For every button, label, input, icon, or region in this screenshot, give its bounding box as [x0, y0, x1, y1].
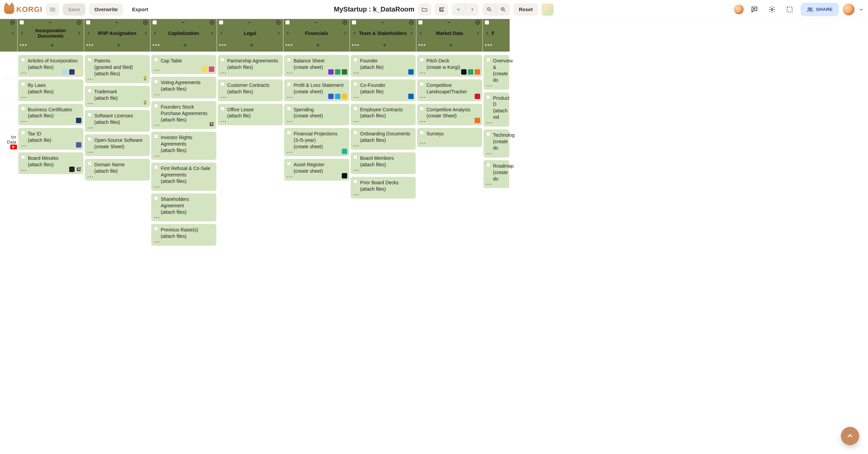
- column-select-checkbox[interactable]: [86, 20, 90, 24]
- column-more-button[interactable]: •••: [153, 42, 160, 48]
- card-checkbox[interactable]: [287, 58, 291, 62]
- board-card[interactable]: Office Lease (attach file) •••: [218, 104, 283, 126]
- card-checkbox[interactable]: [220, 58, 224, 62]
- column-collapse-button[interactable]: [114, 20, 119, 25]
- board-card[interactable]: Onboarding Documents (attach files) •••: [351, 128, 416, 150]
- board-card[interactable]: Business Certificates (attach files) •••: [18, 104, 83, 126]
- board-card[interactable]: Pitch Deck (create w Korgi) •••: [417, 55, 482, 77]
- board-card[interactable]: Spending (create sheet) •••: [284, 104, 349, 126]
- board-card[interactable]: Open-Source Software (create Sheet) •••: [85, 134, 150, 156]
- column-title[interactable]: Market Data: [423, 31, 476, 36]
- share-button[interactable]: SHARE: [801, 3, 839, 16]
- card-more-button[interactable]: •••: [287, 95, 293, 100]
- column-more-button[interactable]: •••: [219, 42, 227, 48]
- card-checkbox[interactable]: [21, 107, 25, 111]
- column-select-checkbox[interactable]: [418, 20, 422, 24]
- open-external-button[interactable]: [435, 3, 448, 16]
- column-title[interactable]: Team & Stakeholders: [357, 31, 409, 36]
- column-move-right-button[interactable]: [343, 31, 348, 36]
- column-move-right-button[interactable]: [409, 31, 414, 36]
- peek-card[interactable]: [1, 80, 17, 102]
- column-move-left-button[interactable]: [20, 31, 24, 36]
- board-card[interactable]: Board Members (attach files) •••: [351, 152, 416, 174]
- column-select-checkbox[interactable]: [153, 20, 157, 24]
- column-more-button[interactable]: •••: [285, 42, 293, 48]
- card-checkbox[interactable]: [287, 82, 291, 86]
- column-add-card-button[interactable]: [448, 42, 454, 48]
- card-more-button[interactable]: •••: [420, 119, 426, 124]
- overwrite-button[interactable]: Overwrite: [89, 3, 123, 16]
- card-checkbox[interactable]: [353, 107, 357, 111]
- column-add-card-button[interactable]: [182, 42, 188, 48]
- board-card[interactable]: Product D (attach vid •••: [484, 92, 509, 127]
- board-card[interactable]: Previous Raise(s) (attach files) •••: [151, 224, 216, 246]
- column-collapse-button[interactable]: [247, 20, 252, 25]
- card-more-button[interactable]: •••: [486, 120, 493, 125]
- card-more-button[interactable]: •••: [353, 119, 360, 124]
- card-more-button[interactable]: •••: [154, 154, 160, 158]
- column-title[interactable]: Capitalization: [157, 31, 210, 36]
- card-more-button[interactable]: •••: [287, 71, 293, 75]
- card-more-button[interactable]: •••: [21, 119, 27, 124]
- card-checkbox[interactable]: [420, 107, 424, 111]
- column-move-left-button[interactable]: [153, 31, 157, 36]
- card-checkbox[interactable]: [154, 165, 158, 169]
- card-checkbox[interactable]: [353, 58, 357, 62]
- column-move-right-button[interactable]: [476, 31, 480, 36]
- card-more-button[interactable]: •••: [21, 71, 27, 75]
- board-card[interactable]: Customer Contracts (attach files) •••: [218, 79, 283, 101]
- card-more-button[interactable]: •••: [87, 101, 94, 106]
- board-card[interactable]: Partnership Agreements (attach files) ••…: [218, 55, 283, 77]
- column-more-button[interactable]: •••: [418, 42, 426, 48]
- column-add-button[interactable]: [143, 20, 148, 25]
- column-add-button[interactable]: [409, 20, 414, 25]
- card-checkbox[interactable]: [287, 131, 291, 135]
- menu-button[interactable]: [46, 3, 59, 16]
- board-card[interactable]: By Laws (attach files) •••: [18, 79, 83, 101]
- card-checkbox[interactable]: [420, 82, 424, 86]
- card-more-button[interactable]: •••: [220, 119, 227, 124]
- card-more-button[interactable]: •••: [353, 95, 360, 100]
- board-card[interactable]: Profit & Loss Statement (create sheet) •…: [284, 79, 349, 101]
- board-card[interactable]: Surveys •••: [417, 128, 482, 147]
- card-checkbox[interactable]: [486, 163, 490, 167]
- theme-swatch-icon[interactable]: [541, 3, 554, 16]
- save-button[interactable]: Save: [63, 3, 85, 16]
- column-more-button[interactable]: •••: [20, 42, 27, 48]
- board-card[interactable]: Asset Register (create sheet) •••: [284, 159, 349, 181]
- column-add-button[interactable]: [76, 20, 82, 25]
- card-checkbox[interactable]: [21, 82, 25, 86]
- column-move-left-button[interactable]: [219, 31, 224, 36]
- column-title[interactable]: Incorporation Documents: [24, 28, 77, 39]
- card-checkbox[interactable]: [21, 131, 25, 135]
- column-title[interactable]: Financials: [290, 31, 343, 36]
- card-more-button[interactable]: •••: [486, 83, 493, 88]
- card-more-button[interactable]: •••: [87, 150, 94, 155]
- board-card[interactable]: Employee Contracts (attach files) •••: [351, 104, 416, 126]
- selection-tool-button[interactable]: [783, 3, 796, 16]
- card-checkbox[interactable]: [154, 79, 158, 83]
- card-more-button[interactable]: •••: [287, 119, 293, 124]
- comments-button[interactable]: [748, 3, 761, 16]
- card-more-button[interactable]: •••: [287, 174, 293, 179]
- column-add-button[interactable]: [475, 20, 480, 25]
- card-more-button[interactable]: •••: [420, 95, 426, 100]
- column-select-checkbox[interactable]: [485, 20, 489, 24]
- settings-button[interactable]: [765, 3, 779, 16]
- column-add-card-button[interactable]: [382, 42, 387, 48]
- card-more-button[interactable]: •••: [154, 215, 160, 220]
- reset-button[interactable]: Reset: [513, 3, 538, 16]
- folder-button[interactable]: [418, 3, 431, 16]
- card-checkbox[interactable]: [220, 107, 224, 111]
- board-card[interactable]: Trademark (attach file) •••: [85, 86, 150, 108]
- card-more-button[interactable]: •••: [87, 174, 94, 179]
- board-card[interactable]: Competitive Analysis (create Sheet) •••: [417, 104, 482, 126]
- column-move-left-button[interactable]: [418, 31, 423, 36]
- column-title[interactable]: IP/IP Assignation: [91, 31, 143, 36]
- card-more-button[interactable]: •••: [21, 168, 27, 173]
- card-checkbox[interactable]: [486, 95, 490, 99]
- card-more-button[interactable]: •••: [353, 168, 360, 173]
- board-card[interactable]: Co-Founder (attach file) •••: [351, 79, 416, 101]
- board-card[interactable]: Overview & (create do •••: [484, 55, 509, 90]
- board[interactable]: tor Data Incorporation Documents ••• Art…: [0, 19, 868, 454]
